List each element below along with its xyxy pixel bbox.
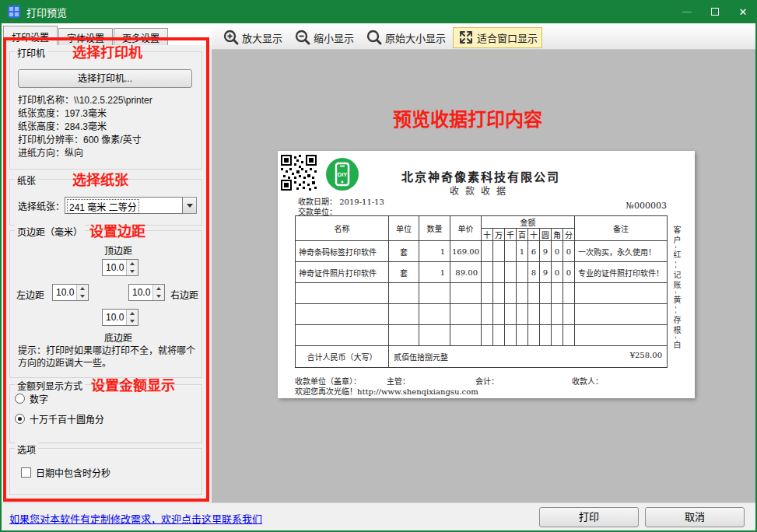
fit-window-icon	[457, 29, 475, 46]
spin-down-icon[interactable]	[127, 317, 138, 325]
spin-up-icon[interactable]	[153, 285, 164, 292]
receipt-table-header: 名称 单位 数量 单价 金额 备注 十 万 千 百 十 圆 角	[296, 216, 668, 241]
app-logo-icon	[8, 5, 20, 18]
original-size-button[interactable]: 原始大小显示	[361, 27, 450, 48]
receipt-cell	[450, 304, 482, 325]
col-name: 名称	[296, 216, 389, 241]
amount-digit-cell	[482, 241, 493, 262]
amount-annotation: 设置金额显示	[91, 374, 175, 394]
col-qty: 数量	[419, 216, 450, 241]
close-button[interactable]: ✕	[729, 0, 757, 23]
spin-up-icon[interactable]	[77, 285, 88, 292]
bottom-margin-spinner[interactable]: 10.0	[102, 309, 138, 326]
spin-down-icon[interactable]	[127, 268, 138, 275]
total-cell: 贰佰伍拾捌元整 ¥258.00	[389, 346, 668, 368]
margins-annotation: 设置边距	[89, 220, 145, 240]
amount-digit-cell	[563, 304, 575, 325]
spinner-buttons	[126, 310, 138, 325]
amount-digit-cell	[552, 325, 563, 346]
remark-cell	[575, 304, 668, 325]
zoom-original-icon	[366, 29, 383, 46]
amount-digit-cell	[482, 262, 493, 283]
amount-digit-cell	[540, 325, 552, 346]
zoom-in-button[interactable]: 放大显示	[218, 27, 287, 48]
spinner-buttons	[126, 260, 138, 275]
spin-down-icon[interactable]	[153, 292, 164, 300]
toolbtn-label: 适合窗口显示	[477, 30, 538, 45]
print-button[interactable]: 打印	[539, 507, 639, 527]
receipt-cell	[419, 304, 450, 325]
left-margin-spinner[interactable]: 10.0	[52, 284, 89, 301]
amount-digit-cell: 0	[563, 241, 575, 262]
remark-cell	[575, 325, 668, 346]
feed-direction: 进纸方向：纵向	[18, 147, 152, 160]
paper-group-legend: 纸张	[15, 173, 38, 187]
digit-col: 万	[493, 229, 505, 241]
bottom-margin-label: 底边距	[104, 331, 132, 344]
preview-annotation: 预览收据打印内容	[393, 104, 542, 131]
receipt-number: №000003	[573, 201, 667, 211]
fit-window-button[interactable]: 适合窗口显示	[453, 27, 542, 48]
checkbox-label: 日期中包含时分秒	[36, 466, 110, 479]
radio-label: 数字	[30, 392, 48, 405]
maximize-button[interactable]	[701, 0, 729, 23]
amount-digit-cell: 8	[528, 262, 540, 283]
amount-group-legend: 金额列显示方式	[15, 379, 85, 392]
remark-cell: 一次购买，永久使用！	[575, 241, 668, 262]
zoom-out-icon	[294, 29, 311, 46]
close-icon: ✕	[739, 6, 748, 18]
amount-digit-cell: 0	[563, 262, 575, 283]
col-remark: 备注	[575, 216, 668, 241]
checkbox-icon[interactable]	[21, 467, 31, 478]
amount-digit-cell	[505, 325, 517, 346]
spin-up-icon[interactable]	[127, 310, 138, 317]
printer-info: 打印机名称：\\10.2.5.225\printer 纸张宽度：197.3毫米 …	[18, 94, 152, 160]
radio-option-1[interactable]: 十万千百十圆角分	[15, 412, 202, 425]
top-margin-spinner[interactable]: 10.0	[102, 259, 138, 276]
remark-cell	[575, 283, 668, 304]
receipt-copy-legend: 客户-红--记账-黄--存根-白	[671, 226, 682, 358]
zoom-out-button[interactable]: 缩小显示	[289, 27, 359, 48]
amount-digit-cell	[482, 325, 493, 346]
radio-icon	[15, 414, 25, 424]
spin-down-icon[interactable]	[77, 292, 88, 300]
amount-digit-cell	[552, 304, 563, 325]
receipt-cell: 1	[419, 241, 450, 262]
radio-icon	[15, 394, 25, 404]
paper-size-combobox[interactable]: 241 毫米 二等分	[65, 197, 183, 214]
receipt-cell	[450, 325, 482, 346]
amount-digit-cell	[505, 283, 517, 304]
tab-print-settings[interactable]: 打印设置	[3, 26, 58, 45]
amount-digit-cell	[528, 325, 540, 346]
receipt-cell	[389, 283, 419, 304]
maximize-icon	[711, 8, 719, 16]
minimize-icon	[682, 12, 692, 12]
margins-group-legend: 页边距（毫米）	[15, 225, 85, 238]
combobox-dropdown-button[interactable]	[183, 197, 197, 214]
amount-digit-cell	[517, 304, 528, 325]
col-unit: 单位	[389, 216, 419, 241]
include-time-checkbox-row[interactable]: 日期中包含时分秒	[21, 466, 110, 479]
bottom-margin-value: 10.0	[103, 310, 126, 325]
cancel-button[interactable]: 取消	[645, 507, 745, 527]
margins-tip: 提示：打印时如果哪边打印不全，就将哪个方向的边距调大一些。	[18, 345, 197, 369]
amount-digit-cell	[517, 325, 528, 346]
digit-col: 圆	[540, 229, 552, 241]
receipt-row: 神奇条码标签打印软件套1169.0016900一次购买，永久使用！	[296, 241, 668, 262]
spin-up-icon[interactable]	[127, 260, 138, 268]
titlebar: 打印预览 ✕	[0, 0, 757, 23]
amount-digit-cell	[563, 283, 575, 304]
contact-us-link[interactable]: 如果您对本软件有定制修改需求，欢迎点击这里联系我们	[9, 511, 262, 526]
amount-digit-cell: 6	[528, 241, 540, 262]
total-caps: 贰佰伍拾捌元整	[394, 351, 448, 362]
paper-size-value: 241 毫米 二等分	[68, 200, 138, 213]
receipt-rows: 神奇条码标签打印软件套1169.0016900一次购买，永久使用！神奇证件照片打…	[296, 241, 668, 346]
receipt-total: 合计人民币（大写） 贰佰伍拾捌元整 ¥258.00	[296, 346, 668, 368]
amount-digit-cell	[493, 262, 505, 283]
select-printer-button[interactable]: 选择打印机...	[18, 69, 192, 88]
minimize-button[interactable]	[673, 0, 701, 23]
receipt-row	[296, 283, 668, 304]
right-margin-spinner[interactable]: 10.0	[128, 284, 165, 301]
receipt-cell: 89.00	[450, 262, 482, 283]
digit-col: 十	[482, 229, 493, 241]
